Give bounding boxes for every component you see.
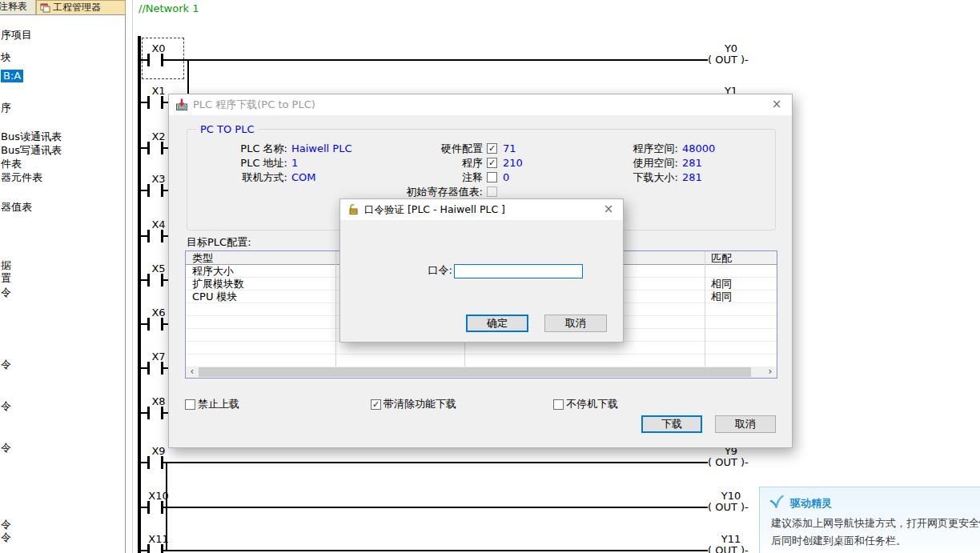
checkbox[interactable]: [487, 186, 497, 197]
cancel-button[interactable]: 取消: [544, 315, 607, 332]
field-value: COM: [291, 171, 316, 184]
sidebar-item[interactable]: 块: [1, 51, 11, 64]
ok-button[interactable]: 确定: [466, 315, 528, 332]
ladder-contact[interactable]: [147, 501, 163, 514]
ladder-contact[interactable]: [147, 362, 163, 375]
cell-match: 相同: [711, 278, 732, 291]
cell-type: 程序大小: [192, 265, 234, 278]
contact-label: X0: [141, 42, 176, 54]
sidebar-item[interactable]: 令: [1, 359, 11, 371]
branch-wire: [166, 463, 167, 551]
close-icon[interactable]: ×: [765, 94, 789, 115]
sidebar-item[interactable]: Bus写通讯表: [1, 144, 62, 157]
tab-bar: 注释表 工程管理器: [0, 0, 126, 14]
checkbox[interactable]: ✓: [487, 143, 497, 154]
tab-annotation-label: 注释表: [0, 0, 27, 14]
field-label: 程序: [361, 157, 483, 170]
checkbox[interactable]: [185, 399, 195, 410]
scroll-right-icon[interactable]: ›: [765, 367, 776, 378]
ladder-contact[interactable]: [147, 230, 163, 242]
power-rail: [138, 36, 141, 553]
column-separator: [335, 251, 336, 367]
field-label: PLC 名称:: [201, 142, 287, 155]
rung-wire: [141, 507, 708, 508]
notification-text-line2: 后同时创建到桌面和任务栏。: [771, 534, 906, 548]
ladder-contact[interactable]: [147, 318, 163, 331]
rung-wire: [141, 462, 708, 463]
sidebar-item[interactable]: 据: [1, 259, 11, 272]
lock-icon: [347, 203, 359, 216]
sidebar-item[interactable]: Bus读通讯表: [1, 130, 62, 143]
checkbox[interactable]: [487, 172, 497, 182]
notification-text-line1: 建议添加上网导航快捷方式，打开网页更安全快: [771, 516, 980, 531]
download-icon: [175, 98, 188, 111]
contact-label: X10: [141, 490, 176, 502]
column-separator: [705, 251, 705, 367]
sidebar-item[interactable]: 序项目: [1, 29, 32, 42]
ladder-contact[interactable]: [147, 456, 163, 469]
password-dialog-title: 口令验证 [PLC - Haiwell PLC ]: [364, 199, 505, 220]
output-coil[interactable]: ( OUT )-: [708, 501, 749, 514]
ladder-contact[interactable]: [147, 274, 163, 287]
coil-label: Y0: [708, 42, 754, 54]
checkbox[interactable]: [553, 399, 564, 410]
screen: 注释表 工程管理器 序项目块B:A序Bus读通讯表Bus写通讯表件表器元件表器值…: [0, 0, 980, 553]
ladder-contact[interactable]: [147, 184, 163, 197]
field-value: 48000: [682, 142, 715, 155]
coil-label: Y11: [708, 533, 754, 545]
password-label: 口令:: [404, 264, 452, 277]
tab-annotation-table[interactable]: 注释表: [0, 0, 36, 14]
cell-match: 相同: [711, 291, 732, 303]
table-hscrollbar[interactable]: ‹ ›: [186, 367, 777, 378]
sidebar-item[interactable]: 令: [1, 531, 11, 544]
cell-type: CPU 模块: [192, 291, 238, 303]
sidebar-item[interactable]: 令: [1, 287, 11, 299]
sidebar-item[interactable]: 器值表: [1, 201, 32, 214]
sidebar-item[interactable]: 令: [1, 519, 11, 531]
sidebar-item[interactable]: 件表: [1, 158, 22, 170]
ladder-contact[interactable]: [147, 544, 163, 553]
field-value: 210: [503, 157, 523, 170]
sidebar-item[interactable]: 器元件表: [1, 171, 42, 184]
output-coil[interactable]: ( OUT )-: [708, 456, 749, 469]
checkbox[interactable]: ✓: [371, 399, 381, 410]
field-value: Haiwell PLC: [291, 142, 352, 155]
sidebar-item[interactable]: 序: [1, 102, 11, 114]
field-value: 1: [291, 157, 298, 170]
field-label: PLC 地址:: [201, 157, 287, 170]
download-button[interactable]: 下载: [641, 415, 702, 433]
field-label: 使用空间:: [592, 157, 678, 170]
password-dialog-titlebar[interactable]: 口令验证 [PLC - Haiwell PLC ] ×: [340, 199, 623, 220]
output-coil[interactable]: ( OUT )-: [708, 54, 749, 66]
tab-project-manager[interactable]: 工程管理器: [36, 0, 126, 14]
field-value: 0: [503, 171, 509, 184]
field-value: 71: [503, 142, 516, 155]
scroll-left-icon[interactable]: ‹: [187, 367, 198, 378]
field-label: 注释: [361, 171, 483, 184]
sidebar-item[interactable]: 令: [1, 400, 11, 413]
option-label: 不停机下载: [566, 398, 618, 411]
checkbox[interactable]: ✓: [487, 158, 497, 168]
table-row[interactable]: [186, 355, 777, 367]
coil-label: Y10: [708, 490, 754, 502]
password-input[interactable]: [454, 264, 583, 279]
notification-popup[interactable]: 驱动精灵 建议添加上网导航快捷方式，打开网页更安全快 后同时创建到桌面和任务栏。: [759, 487, 980, 553]
option-label: 禁止上载: [198, 398, 239, 411]
ladder-contact[interactable]: [147, 54, 163, 66]
table-row[interactable]: [186, 342, 777, 355]
sidebar-item[interactable]: B:A: [1, 70, 23, 82]
scroll-thumb[interactable]: [199, 367, 751, 377]
field-label: 程序空间:: [592, 142, 678, 155]
download-dialog-titlebar[interactable]: PLC 程序下载(PC to PLC) ×: [169, 94, 792, 115]
sidebar-item[interactable]: 置: [1, 272, 11, 285]
cell-type: 扩展模块数: [192, 278, 244, 291]
ladder-contact[interactable]: [147, 142, 163, 154]
sidebar-item[interactable]: 令: [1, 442, 11, 455]
close-icon[interactable]: ×: [596, 199, 621, 220]
cancel-button[interactable]: 取消: [715, 415, 776, 433]
project-manager-icon: [40, 2, 50, 13]
ladder-contact[interactable]: [147, 407, 163, 419]
ladder-contact[interactable]: [147, 96, 163, 109]
output-coil[interactable]: ( OUT )-: [708, 544, 749, 553]
field-value: 281: [682, 157, 702, 170]
